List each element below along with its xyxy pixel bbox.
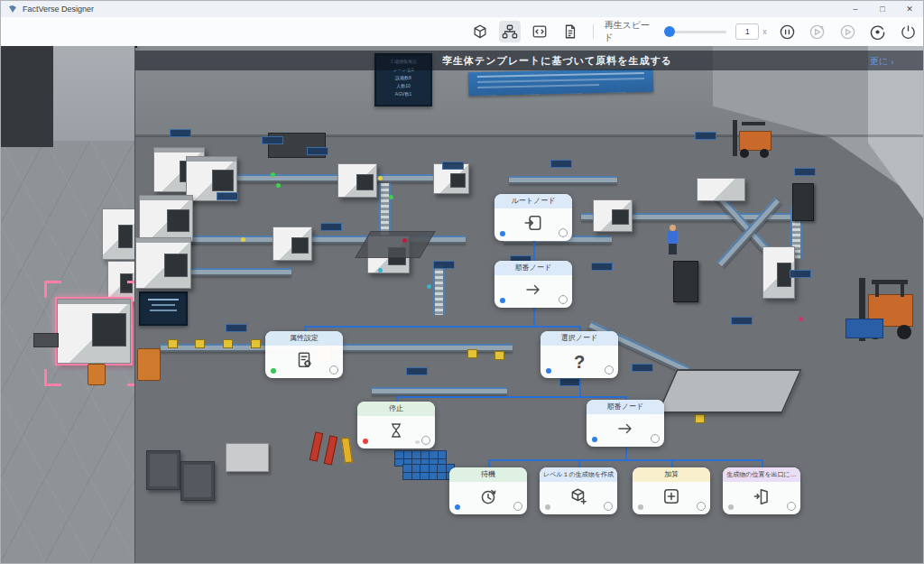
scene-label <box>226 324 247 332</box>
machine[interactable] <box>593 199 633 232</box>
pallet-jack-yellow[interactable] <box>341 438 353 464</box>
forklift[interactable] <box>731 116 783 162</box>
app-logo-icon <box>8 5 17 14</box>
node-card-root[interactable]: ルートノード <box>494 194 572 241</box>
behavior-tree-icon[interactable] <box>499 21 520 42</box>
node-title: 選択ノード <box>541 331 618 346</box>
node-port[interactable] <box>605 365 614 374</box>
scene-label <box>794 168 816 176</box>
doc-gear-icon <box>294 350 314 374</box>
node-port[interactable] <box>787 502 796 511</box>
node-card-add[interactable]: 加算 <box>633 467 710 514</box>
node-port[interactable] <box>559 295 568 304</box>
scene-viewport[interactable]: 工場情報展示 シーン名0 設備数8 人数10 AGV数1 <box>134 46 924 564</box>
node-card-attribute-settings[interactable]: 属性設定 <box>265 331 343 378</box>
scene-label <box>731 317 753 325</box>
more-label: 更に <box>870 55 888 68</box>
node-card-sequence-1[interactable]: 順番ノード <box>494 261 572 308</box>
conveyor-belt[interactable] <box>208 174 456 182</box>
node-port[interactable] <box>697 502 706 511</box>
close-button[interactable]: ✕ <box>896 1 923 17</box>
node-card-create-product[interactable]: レベル１の生成物を作成 <box>540 467 617 514</box>
scene-label <box>632 364 653 372</box>
selected-machine[interactable] <box>57 299 131 364</box>
floor-mat <box>355 231 435 258</box>
node-title: 属性設定 <box>265 331 343 346</box>
app-window: FactVerse Designer – □ ✕ 再生スピード x <box>0 0 924 564</box>
material-bin[interactable] <box>146 450 180 490</box>
play-circle-icon[interactable] <box>837 21 858 42</box>
machine[interactable] <box>139 195 193 242</box>
wait-clock-icon <box>478 486 498 510</box>
node-status-dot <box>500 298 505 303</box>
cabinet[interactable] <box>792 183 814 221</box>
tree-edge <box>579 378 581 396</box>
forklift[interactable] <box>855 276 924 356</box>
blue-tray-stack[interactable] <box>402 464 455 480</box>
roller-conveyor[interactable] <box>433 265 445 315</box>
node-card-move-to-exit[interactable]: 生成物の位置を出口に… <box>723 467 800 514</box>
status-dot-green <box>389 195 393 199</box>
node-port[interactable] <box>651 434 660 443</box>
cart[interactable] <box>226 443 269 472</box>
mission-banner-title: 孪生体テンプレートに基づいて原料を生成する <box>442 54 672 68</box>
yellow-block <box>695 414 705 423</box>
power-icon[interactable] <box>898 21 919 42</box>
scene-label <box>217 192 238 200</box>
status-dot-red <box>402 238 407 243</box>
cabinet[interactable] <box>673 261 698 302</box>
worker-person[interactable] <box>666 225 680 257</box>
scene-label <box>320 223 342 231</box>
conveyor-belt[interactable] <box>372 387 507 395</box>
tree-edge <box>625 447 627 459</box>
restart-circle-icon[interactable] <box>867 21 888 42</box>
conveyor-belt[interactable] <box>509 176 617 184</box>
title-bar: FactVerse Designer – □ ✕ <box>1 1 923 17</box>
blue-pallet[interactable] <box>845 319 883 338</box>
selection-bracket <box>44 369 61 386</box>
status-dot-teal <box>427 284 431 289</box>
machine[interactable] <box>102 208 134 260</box>
selection-bracket <box>127 281 134 298</box>
status-dot-magenta <box>799 317 803 321</box>
node-port[interactable] <box>421 436 430 445</box>
node-port[interactable] <box>329 365 338 374</box>
selection-bracket <box>127 369 134 386</box>
slider-handle[interactable] <box>664 26 675 37</box>
arrow-right-icon <box>522 281 544 302</box>
playback-speed-slider[interactable] <box>665 31 726 33</box>
node-port[interactable] <box>559 228 568 237</box>
pallet-jack-red[interactable] <box>310 431 323 461</box>
info-line: 設備数8 <box>376 74 430 82</box>
pause-circle-icon[interactable] <box>777 21 798 42</box>
node-card-sequence-2[interactable]: 順番ノード <box>587 400 664 447</box>
node-card-stop[interactable]: 停止 ∞ <box>357 402 435 448</box>
scene-left-strip[interactable] <box>1 46 134 564</box>
machine[interactable] <box>135 237 191 289</box>
node-port[interactable] <box>604 502 613 511</box>
tree-edge <box>533 241 535 261</box>
more-link[interactable]: 更に › <box>870 55 894 68</box>
model-cube-icon[interactable] <box>469 21 490 42</box>
pallet-staging-zone[interactable] <box>657 369 802 413</box>
script-code-icon[interactable] <box>530 21 550 42</box>
node-title: 順番ノード <box>494 261 572 275</box>
minimize-button[interactable]: – <box>842 1 869 17</box>
machine[interactable] <box>697 178 745 201</box>
speed-value-input[interactable] <box>735 23 759 40</box>
material-bin[interactable] <box>180 461 215 501</box>
window-title: FactVerse Designer <box>23 5 94 14</box>
document-icon[interactable] <box>559 21 580 42</box>
robot-arm[interactable] <box>88 364 106 385</box>
machine[interactable] <box>337 163 377 198</box>
status-dot-green <box>271 172 275 177</box>
status-dot-yellow <box>378 176 383 180</box>
pallet-jack-red[interactable] <box>324 435 337 465</box>
node-port[interactable] <box>513 502 522 511</box>
machine[interactable] <box>273 227 312 261</box>
node-card-selector[interactable]: 選択ノード ? <box>541 331 618 378</box>
play-badge-icon[interactable] <box>807 21 827 42</box>
maximize-button[interactable]: □ <box>869 1 896 17</box>
node-card-wait[interactable]: 待機 <box>449 467 527 514</box>
robot-arm[interactable] <box>137 348 161 381</box>
